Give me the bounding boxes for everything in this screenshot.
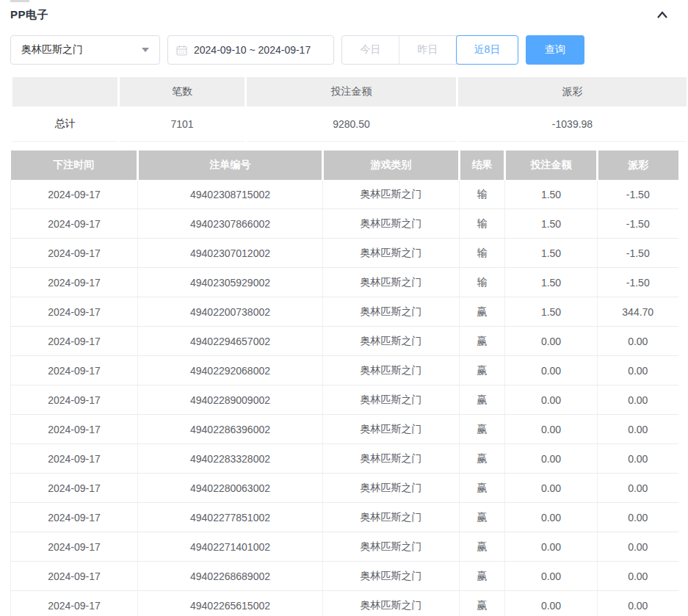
cell-game-category: 奥林匹斯之门	[323, 209, 460, 239]
cell-bet-time: 2024-09-17	[11, 503, 138, 532]
quick-range-group: 今日昨日近8日	[341, 35, 518, 65]
cell-result: 赢	[460, 385, 505, 415]
cell-game-category: 奥林匹斯之门	[323, 503, 460, 532]
cell-result: 赢	[460, 474, 505, 503]
quick-range-button-今日[interactable]: 今日	[342, 36, 399, 64]
header-bet-amount: 投注金额	[505, 151, 598, 180]
cell-bet-time: 2024-09-17	[11, 562, 138, 591]
cell-bet-time: 2024-09-17	[11, 415, 138, 444]
cell-bet-amount: 0.00	[505, 474, 598, 503]
cell-game-category: 奥林匹斯之门	[323, 591, 460, 616]
cell-payout: -1.50	[598, 268, 678, 297]
cell-payout: 0.00	[598, 562, 678, 591]
header-payout: 派彩	[598, 151, 678, 180]
date-range-value: 2024-09-10 ~ 2024-09-17	[194, 44, 311, 56]
cell-bet-id: 49402308715002	[138, 180, 323, 209]
cell-result: 赢	[460, 327, 505, 356]
quick-range-button-昨日[interactable]: 昨日	[399, 36, 457, 64]
game-select[interactable]: 奥林匹斯之门	[10, 35, 160, 65]
cell-bet-amount: 0.00	[505, 356, 598, 385]
cell-bet-amount: 0.00	[505, 532, 598, 562]
cell-result: 赢	[460, 415, 505, 444]
cell-result: 赢	[460, 444, 505, 474]
table-row: 2024-09-1749402289009002奥林匹斯之门赢0.000.00	[11, 385, 678, 415]
cell-bet-time: 2024-09-17	[11, 474, 138, 503]
cell-bet-amount: 1.50	[505, 297, 598, 327]
table-row: 2024-09-1749402286396002奥林匹斯之门赢0.000.00	[11, 415, 678, 444]
cell-bet-id: 49402307866002	[138, 209, 323, 239]
cell-bet-id: 49402271401002	[138, 532, 323, 562]
cell-payout: 0.00	[598, 385, 678, 415]
summary-total-label: 总计	[12, 106, 117, 142]
cell-game-category: 奥林匹斯之门	[323, 297, 460, 327]
summary-table: 笔数 投注金额 派彩 总计 7101 9280.50 -1039.98	[10, 77, 688, 142]
cell-bet-id: 49402305929002	[138, 268, 323, 297]
cell-bet-amount: 0.00	[505, 327, 598, 356]
cell-bet-amount: 1.50	[505, 209, 598, 239]
cell-payout: 0.00	[598, 532, 678, 562]
cell-bet-time: 2024-09-17	[11, 209, 138, 239]
clipped-element-artifact	[10, 0, 29, 2]
pp-games-panel: PP电子 奥林匹斯之门 2024-09-10 ~ 20	[0, 0, 688, 616]
cell-bet-time: 2024-09-17	[11, 180, 138, 209]
cell-game-category: 奥林匹斯之门	[323, 239, 460, 268]
cell-bet-amount: 1.50	[505, 268, 598, 297]
quick-range-button-近8日[interactable]: 近8日	[456, 35, 518, 65]
cell-game-category: 奥林匹斯之门	[323, 327, 460, 356]
cell-bet-amount: 0.00	[505, 444, 598, 474]
cell-bet-amount: 0.00	[505, 591, 598, 616]
table-row: 2024-09-1749402305929002奥林匹斯之门输1.50-1.50	[11, 268, 678, 297]
date-range-input[interactable]: 2024-09-10 ~ 2024-09-17	[167, 35, 334, 65]
cell-result: 输	[460, 268, 505, 297]
table-row: 2024-09-1749402307866002奥林匹斯之门输1.50-1.50	[11, 209, 678, 239]
cell-payout: 0.00	[598, 591, 678, 616]
summary-total-row: 总计 7101 9280.50 -1039.98	[12, 106, 687, 142]
table-row: 2024-09-1749402265615002奥林匹斯之门赢0.000.00	[11, 591, 678, 616]
cell-bet-time: 2024-09-17	[11, 297, 138, 327]
caret-down-icon	[142, 48, 149, 52]
cell-game-category: 奥林匹斯之门	[323, 356, 460, 385]
cell-bet-id: 49402268689002	[138, 562, 323, 591]
summary-bet-amount-value: 9280.50	[247, 106, 456, 142]
cell-game-category: 奥林匹斯之门	[323, 474, 460, 503]
table-row: 2024-09-1749402268689002奥林匹斯之门赢0.000.00	[11, 562, 678, 591]
cell-payout: 0.00	[598, 444, 678, 474]
cell-result: 赢	[460, 591, 505, 616]
cell-bet-time: 2024-09-17	[11, 268, 138, 297]
collapse-panel-button[interactable]	[653, 7, 672, 23]
table-row: 2024-09-1749402283328002奥林匹斯之门赢0.000.00	[11, 444, 678, 474]
cell-bet-id: 49402294657002	[138, 327, 323, 356]
summary-header-count: 笔数	[120, 77, 245, 106]
cell-bet-id: 49402200738002	[138, 297, 323, 327]
page-title: PP电子	[10, 8, 48, 22]
table-row: 2024-09-1749402308715002奥林匹斯之门输1.50-1.50	[11, 180, 678, 209]
summary-payout-value: -1039.98	[458, 106, 687, 142]
cell-bet-amount: 0.00	[505, 415, 598, 444]
cell-bet-amount: 0.00	[505, 503, 598, 532]
bet-records-table: 下注时间 注单编号 游戏类别 结果 投注金额 派彩 2024-09-174940…	[10, 151, 678, 616]
table-row: 2024-09-1749402280063002奥林匹斯之门赢0.000.00	[11, 474, 678, 503]
calendar-icon	[176, 45, 187, 56]
cell-bet-time: 2024-09-17	[11, 591, 138, 616]
header-result: 结果	[460, 151, 505, 180]
cell-result: 输	[460, 180, 505, 209]
cell-bet-id: 49402307012002	[138, 239, 323, 268]
cell-bet-time: 2024-09-17	[11, 356, 138, 385]
cell-result: 赢	[460, 503, 505, 532]
cell-bet-amount: 1.50	[505, 180, 598, 209]
header-bet-time: 下注时间	[11, 151, 138, 180]
filter-bar: 奥林匹斯之门 2024-09-10 ~ 2024-09-17 今日昨日近8日 查…	[10, 35, 678, 65]
cell-game-category: 奥林匹斯之门	[323, 444, 460, 474]
cell-bet-time: 2024-09-17	[11, 385, 138, 415]
table-row: 2024-09-1749402307012002奥林匹斯之门输1.50-1.50	[11, 239, 678, 268]
cell-bet-id: 49402280063002	[138, 474, 323, 503]
summary-header-row: 笔数 投注金额 派彩	[12, 77, 687, 106]
cell-bet-amount: 0.00	[505, 562, 598, 591]
summary-header-payout: 派彩	[458, 77, 687, 106]
cell-bet-amount: 1.50	[505, 239, 598, 268]
cell-game-category: 奥林匹斯之门	[323, 415, 460, 444]
query-button[interactable]: 查询	[526, 35, 584, 65]
header-game-category: 游戏类别	[323, 151, 460, 180]
cell-bet-amount: 0.00	[505, 385, 598, 415]
cell-bet-id: 49402265615002	[138, 591, 323, 616]
